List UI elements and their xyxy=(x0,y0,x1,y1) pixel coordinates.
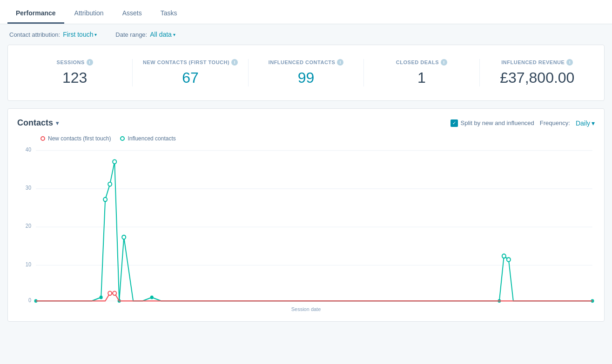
svg-point-12 xyxy=(103,198,107,202)
chart-controls: ✓ Split by new and influenced Frequency:… xyxy=(451,119,595,127)
svg-point-14 xyxy=(113,160,116,164)
svg-point-22 xyxy=(108,291,112,295)
tab-attribution[interactable]: Attribution xyxy=(66,3,112,24)
tab-assets[interactable]: Assets xyxy=(114,3,150,24)
chart-title-caret: ▾ xyxy=(56,120,59,126)
chart-header: Contacts ▾ ✓ Split by new and influenced… xyxy=(17,118,595,128)
date-range-dropdown[interactable]: All data ▾ xyxy=(150,31,175,38)
svg-point-20 xyxy=(507,258,511,262)
sessions-value: 123 xyxy=(17,69,132,86)
svg-point-13 xyxy=(108,182,112,186)
influenced-contacts-value: 99 xyxy=(249,69,363,86)
closed-deals-info-icon[interactable]: i xyxy=(441,59,447,66)
legend-influenced-contacts: Influenced contacts xyxy=(120,135,175,142)
legend-new-contacts: New contacts (first touch) xyxy=(40,135,111,142)
svg-point-23 xyxy=(113,291,116,295)
stat-influenced-contacts: INFLUENCED CONTACTS i 99 xyxy=(249,59,364,86)
new-contacts-value: 67 xyxy=(133,69,248,86)
stat-influenced-revenue: INFLUENCED REVENUE i £37,800.00 xyxy=(480,59,595,86)
svg-text:40: 40 xyxy=(26,147,31,153)
legend-dot-pink xyxy=(40,136,45,141)
chart-container: 40 30 20 10 0 xyxy=(17,146,595,304)
stat-new-contacts: NEW CONTACTS (FIRST TOUCH) i 67 xyxy=(133,59,248,86)
split-checkbox-box[interactable]: ✓ xyxy=(451,119,458,127)
closed-deals-value: 1 xyxy=(364,69,479,86)
stat-closed-deals: CLOSED DEALS i 1 xyxy=(364,59,479,86)
chart-svg: 40 30 20 10 0 xyxy=(17,146,595,304)
influenced-contacts-info-icon[interactable]: i xyxy=(337,59,343,66)
date-range-label: Date range: xyxy=(115,31,147,38)
tabs-bar: Performance Attribution Assets Tasks xyxy=(0,0,612,24)
frequency-dropdown[interactable]: Daily ▾ xyxy=(576,119,595,127)
influenced-revenue-info-icon[interactable]: i xyxy=(566,59,573,66)
contact-attribution-arrow: ▾ xyxy=(94,32,97,37)
tab-performance[interactable]: Performance xyxy=(7,3,64,24)
svg-point-16 xyxy=(122,235,126,239)
tab-tasks[interactable]: Tasks xyxy=(152,3,186,24)
contact-attribution-label: Contact attribution: xyxy=(9,31,60,38)
stat-sessions: SESSIONS i 123 xyxy=(17,59,133,86)
svg-point-19 xyxy=(502,254,506,258)
legend-dot-teal xyxy=(120,136,125,141)
svg-text:30: 30 xyxy=(26,185,31,191)
svg-point-11 xyxy=(100,296,102,299)
date-range-arrow: ▾ xyxy=(173,32,175,37)
chart-section: Contacts ▾ ✓ Split by new and influenced… xyxy=(7,108,605,322)
sessions-info-icon[interactable]: i xyxy=(87,59,93,66)
filter-separator xyxy=(104,31,108,38)
contact-attribution-dropdown[interactable]: First touch ▾ xyxy=(63,31,97,38)
chart-legend: New contacts (first touch) Influenced co… xyxy=(17,135,595,142)
svg-point-17 xyxy=(150,296,153,299)
svg-text:10: 10 xyxy=(26,261,31,267)
chart-title[interactable]: Contacts ▾ xyxy=(17,118,59,128)
stats-card: SESSIONS i 123 NEW CONTACTS (FIRST TOUCH… xyxy=(7,45,605,101)
svg-text:0: 0 xyxy=(28,297,31,303)
filters-bar: Contact attribution: First touch ▾ Date … xyxy=(0,24,612,45)
influenced-revenue-value: £37,800.00 xyxy=(480,69,595,86)
split-checkbox-container[interactable]: ✓ Split by new and influenced xyxy=(451,119,534,127)
new-contacts-info-icon[interactable]: i xyxy=(231,59,238,66)
x-axis-label: Session date xyxy=(17,306,595,312)
svg-text:20: 20 xyxy=(26,223,31,229)
frequency-arrow: ▾ xyxy=(592,119,595,127)
